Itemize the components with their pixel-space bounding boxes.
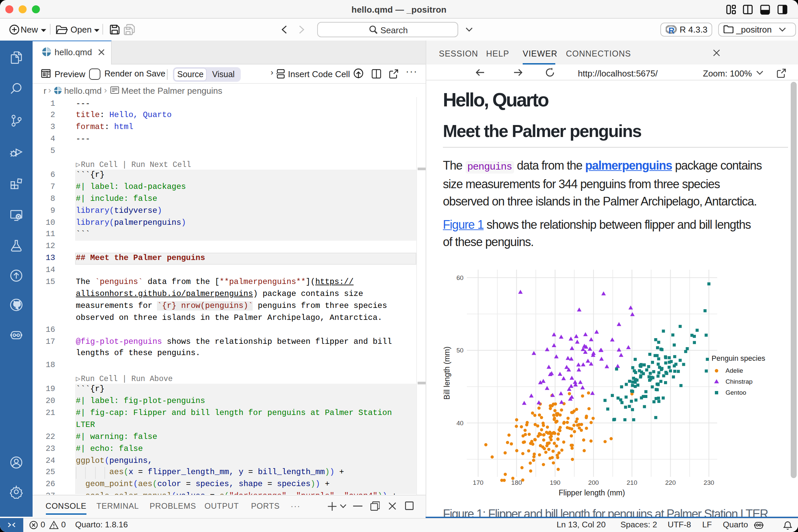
svg-text:180: 180 [511,479,522,486]
svg-text:230: 230 [704,479,714,486]
svg-text:210: 210 [627,479,638,486]
svg-text:190: 190 [550,479,560,486]
svg-text:Flipper length (mm): Flipper length (mm) [558,489,625,497]
svg-text:220: 220 [665,479,676,486]
svg-text:50: 50 [457,347,463,354]
svg-text:Chinstrap: Chinstrap [725,378,753,385]
svg-text:200: 200 [588,479,599,486]
svg-text:60: 60 [457,274,463,281]
svg-text:170: 170 [473,479,483,486]
svg-text:Adelie: Adelie [725,367,743,374]
svg-text:40: 40 [457,420,463,426]
svg-text:Bill length (mm): Bill length (mm) [442,346,451,400]
svg-text:Gentoo: Gentoo [725,389,746,396]
svg-text:R: R [668,26,674,34]
svg-text:Penguin species: Penguin species [711,354,765,362]
